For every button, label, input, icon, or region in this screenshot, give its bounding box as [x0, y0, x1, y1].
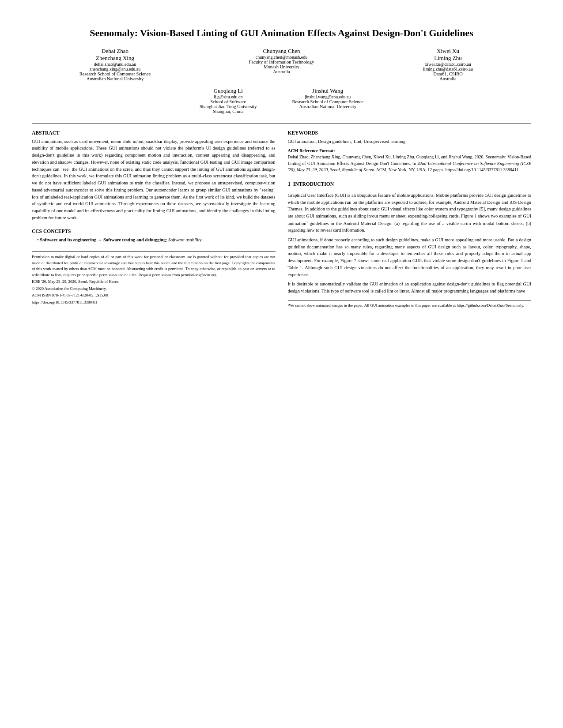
intro-para-2: GUI animations, if done properly accordi…	[288, 236, 532, 278]
left-column: ABSTRACT GUI animations, such as card mo…	[32, 130, 276, 311]
author-xiwei: Xiwei Xu Liming Zhu xiwei.xu@data61.csir…	[365, 48, 531, 81]
intro-para-1: Graphical User Interface (GUI) is an ubi…	[288, 192, 532, 234]
intro-heading: 1 INTRODUCTION	[288, 180, 532, 189]
author-dehai: Dehai Zhao Zhenchang Xing dehai.zhao@anu…	[32, 48, 198, 81]
intro-para-3: It is desirable to automatically validat…	[288, 281, 532, 295]
author-email-zhenchang: zhenchang.xing@anu.edu.au	[36, 67, 194, 71]
author-affil-anu2: Australian National University	[292, 104, 363, 109]
author-name-xiwei: Xiwei Xu	[369, 48, 527, 55]
acm-ref-text: Dehai Zhao, Zhenchang Xing, Chunyang Che…	[288, 154, 532, 173]
doi-text: https://doi.org/10.1145/3377811.3380411	[32, 300, 276, 306]
author-affil-australia1: Australia	[203, 69, 360, 74]
ccs-text: • Software and its engineering → Softwar…	[37, 236, 276, 244]
keywords-section: KEYWORDS GUI animation, Design guideline…	[288, 130, 532, 173]
author-affil-cs: Research School of Computer Science	[36, 71, 194, 76]
author-affil-software: School of Software	[200, 99, 257, 104]
author-name-zhenchang: Zhenchang Xing	[36, 55, 194, 62]
author-jinshui: Jinshui Wang jinshui.wang@anu.edu.au Res…	[292, 87, 363, 114]
authors-row1: Dehai Zhao Zhenchang Xing dehai.zhao@anu…	[32, 48, 531, 81]
abstract-text: GUI animations, such as card movement, m…	[32, 138, 276, 221]
authors-row2: Guoqiang Li li.g@sjtu.edu.cn School of S…	[32, 87, 531, 114]
author-name-dehai: Dehai Zhao	[36, 48, 194, 55]
right-column: KEYWORDS GUI animation, Design guideline…	[288, 130, 532, 311]
author-name-jinshui: Jinshui Wang	[292, 87, 363, 94]
conference-text: ICSE '20, May 23–29, 2020, Seoul, Republ…	[32, 279, 276, 285]
author-email-chunyang: chunyang.chen@monash.edu	[203, 55, 360, 60]
author-affil-monash: Monash University	[203, 64, 360, 69]
author-affil-australia2: Australia	[369, 76, 527, 81]
author-email-liming: liming.zhu@data61.csiro.au	[369, 67, 527, 71]
author-affil-shanghai: Shanghai, China	[200, 109, 257, 114]
author-name-liming: Liming Zhu	[369, 55, 527, 62]
footnote-text: ¹We cannot show animated images in the p…	[288, 303, 532, 309]
author-affil-data61: Data61, CSIRO	[369, 71, 527, 76]
author-email-xiwei: xiwei.xu@data61.csiro.au	[369, 62, 527, 67]
acm-ref-label: ACM Reference Format:	[288, 148, 532, 153]
keywords-text: GUI animation, Design guidelines, Lint, …	[288, 138, 532, 145]
title-section: Seenomaly: Vision-Based Linting of GUI A…	[32, 26, 531, 114]
author-name-guoqiang: Guoqiang Li	[200, 87, 257, 94]
intro-number: 1	[288, 180, 291, 188]
paper-title: Seenomaly: Vision-Based Linting of GUI A…	[32, 26, 531, 40]
isbn-text: ACM ISBN 978-1-4503-7121-6/20/05…$15.00	[32, 293, 276, 299]
permission-text: Permission to make digital or hard copie…	[32, 254, 276, 278]
author-email-guoqiang: li.g@sjtu.edu.cn	[200, 94, 257, 99]
author-affil-fit: Faculty of Information Technology	[203, 60, 360, 64]
intro-title: INTRODUCTION	[293, 181, 334, 187]
author-email-dehai: dehai.zhao@anu.edu.au	[36, 62, 194, 67]
ccs-title: CCS CONCEPTS	[32, 229, 276, 234]
author-guoqiang: Guoqiang Li li.g@sjtu.edu.cn School of S…	[200, 87, 257, 114]
main-content: ABSTRACT GUI animations, such as card mo…	[32, 130, 531, 311]
footer-note: Permission to make digital or hard copie…	[32, 251, 276, 305]
section-divider	[32, 124, 531, 124]
author-affil-anu1: Australian National University	[36, 76, 194, 81]
footnote-section: ¹We cannot show animated images in the p…	[288, 300, 532, 309]
keywords-title: KEYWORDS	[288, 130, 532, 135]
author-affil-cs2: Research School of Computer Science	[292, 99, 363, 104]
abstract-title: ABSTRACT	[32, 130, 276, 135]
author-chunyang: Chunyang Chen chunyang.chen@monash.edu F…	[198, 48, 365, 81]
author-name-chunyang: Chunyang Chen	[203, 48, 360, 55]
author-email-jinshui: jinshui.wang@anu.edu.au	[292, 94, 363, 99]
author-affil-sjtu: Shanghai Jiao Tong University	[200, 104, 257, 109]
copyright-text: © 2020 Association for Computing Machine…	[32, 286, 276, 292]
